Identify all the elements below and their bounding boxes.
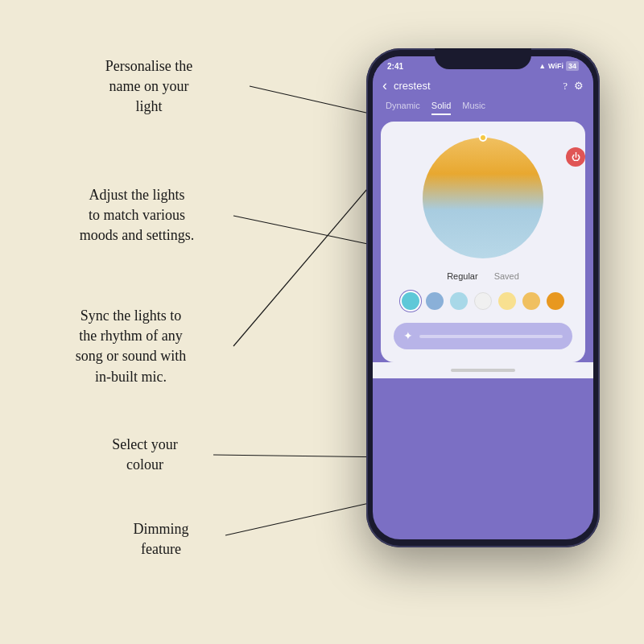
swatch-orange[interactable] (547, 292, 564, 310)
phone-mockup: 2:41 ▲ WiFi 34 ‹ crestest ? ⚙ Dynam (366, 48, 600, 547)
wifi-icon: WiFi (548, 62, 564, 70)
annotation-personalise-text: Personalise thename on yourlight (105, 58, 192, 114)
swatch-light-yellow[interactable] (498, 292, 516, 310)
color-circle[interactable] (423, 138, 543, 258)
signal-icon: ▲ (539, 62, 546, 70)
color-picker-area[interactable] (394, 138, 572, 258)
status-time: 2:41 (387, 62, 403, 71)
help-icon[interactable]: ? (563, 80, 568, 93)
app-header: ‹ crestest ? ⚙ (373, 74, 593, 101)
phone-body: 2:41 ▲ WiFi 34 ‹ crestest ? ⚙ Dynam (366, 48, 600, 547)
dimmer-control[interactable]: ✦ (394, 323, 572, 349)
swatch-yellow[interactable] (522, 292, 540, 310)
annotation-colour-text: Select yourcolour (112, 436, 177, 473)
app-content: Regular Saved ✦ (381, 122, 585, 362)
settings-icon[interactable]: ⚙ (574, 80, 584, 93)
tab-saved[interactable]: Saved (494, 271, 519, 281)
app-title: crestest (394, 80, 556, 92)
back-button[interactable]: ‹ (382, 77, 387, 94)
power-button[interactable]: ⏻ (566, 147, 585, 167)
swatch-blue[interactable] (426, 292, 444, 310)
swatch-light-blue[interactable] (450, 292, 468, 310)
tab-dynamic[interactable]: Dynamic (386, 101, 420, 115)
dimmer-track[interactable] (419, 335, 563, 338)
home-indicator (451, 369, 515, 372)
brightness-icon: ✦ (403, 329, 413, 343)
tab-solid[interactable]: Solid (431, 101, 451, 115)
swatch-white[interactable] (474, 292, 492, 310)
annotation-adjust-text: Adjust the lightsto match variousmoods a… (80, 187, 195, 243)
power-icon: ⏻ (572, 152, 580, 162)
tab-music[interactable]: Music (462, 101, 485, 115)
color-handle[interactable] (479, 134, 487, 142)
mode-tabs-bar: Dynamic Solid Music (373, 101, 593, 122)
phone-notch (435, 48, 531, 69)
annotation-colour: Select yourcolour (80, 435, 209, 475)
phone-bottom-bar (373, 362, 593, 378)
swatch-cyan[interactable] (402, 292, 419, 310)
color-swatches (394, 292, 572, 310)
annotation-adjust: Adjust the lightsto match variousmoods a… (40, 185, 233, 246)
phone-screen: 2:41 ▲ WiFi 34 ‹ crestest ? ⚙ Dynam (373, 56, 593, 539)
annotation-dimming: Dimmingfeature (97, 519, 225, 559)
tab-regular[interactable]: Regular (447, 271, 478, 281)
battery-icon: 34 (566, 61, 579, 71)
annotation-personalise: Personalise thename on yourlight (64, 56, 233, 118)
preset-tabs: Regular Saved (394, 271, 572, 281)
annotation-sync: Sync the lights tothe rhythm of anysong … (28, 306, 233, 387)
annotation-dimming-text: Dimmingfeature (133, 521, 188, 557)
annotation-sync-text: Sync the lights tothe rhythm of anysong … (76, 308, 187, 385)
